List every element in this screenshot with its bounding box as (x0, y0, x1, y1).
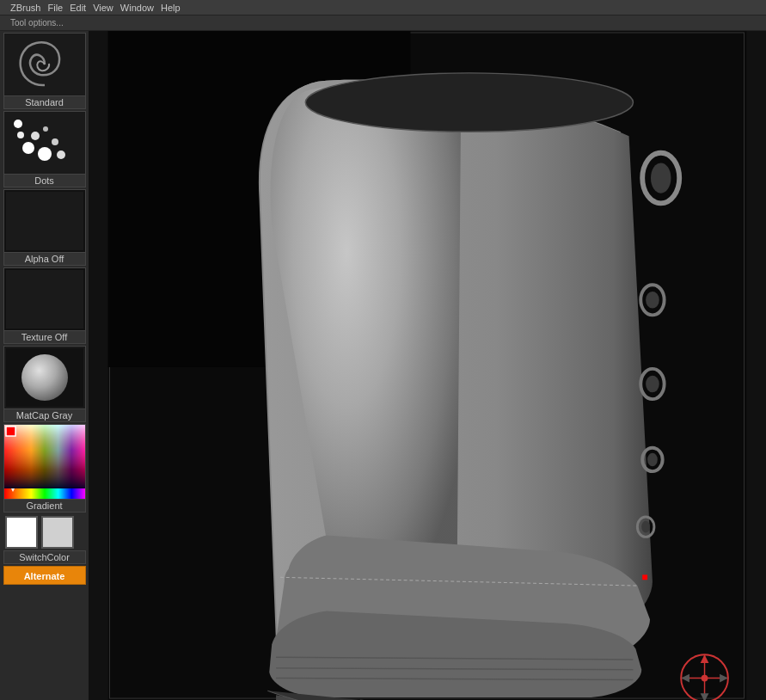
svg-rect-22 (642, 574, 647, 580)
matcap-gray-label: MatCap Gray (3, 409, 86, 422)
svg-point-14 (646, 292, 659, 309)
alpha-off-preview (3, 189, 86, 253)
alpha-preview (6, 192, 83, 250)
svg-point-31 (702, 675, 708, 682)
secondary-color-swatch[interactable] (41, 516, 74, 549)
model-display (89, 31, 766, 700)
menu-zbrush[interactable]: ZBrush (7, 3, 44, 13)
menu-help[interactable]: Help (157, 3, 184, 13)
viewport[interactable] (89, 31, 766, 700)
svg-rect-2 (6, 427, 15, 436)
matcap-gray-preview (3, 346, 86, 409)
texture-off-preview (3, 267, 86, 331)
dots-brush-label: Dots (3, 175, 86, 187)
texture-off-item[interactable]: Texture Off (3, 267, 86, 344)
switch-color-swatches (3, 514, 86, 550)
spiral-icon (19, 39, 70, 90)
left-sidebar: Standard Dots (0, 31, 89, 700)
gradient-label: Gradient (3, 500, 86, 513)
dots-brush-preview (3, 111, 86, 175)
svg-point-12 (651, 163, 671, 193)
dots-brush-item[interactable]: Dots (3, 111, 86, 187)
main-area: Standard Dots (0, 31, 766, 700)
standard-brush-preview (3, 33, 86, 96)
standard-brush-item[interactable]: Standard (3, 33, 86, 109)
svg-point-18 (647, 453, 658, 467)
standard-brush-label: Standard (3, 96, 86, 109)
menu-view[interactable]: View (89, 3, 117, 13)
svg-rect-1 (4, 425, 85, 488)
viewport-svg (89, 31, 766, 700)
alpha-off-item[interactable]: Alpha Off (3, 189, 86, 266)
menu-edit[interactable]: Edit (66, 3, 89, 13)
second-toolbar: Tool options... (0, 15, 766, 31)
matcap-sphere (21, 354, 68, 401)
color-picker[interactable] (3, 424, 86, 500)
switch-color-section[interactable]: SwitchColor (3, 514, 86, 564)
svg-point-16 (646, 376, 659, 393)
texture-off-label: Texture Off (3, 331, 86, 344)
svg-rect-3 (4, 488, 85, 499)
switch-color-label: SwitchColor (3, 550, 86, 564)
matcap-preview (6, 348, 83, 407)
dots-container (7, 114, 83, 171)
primary-color-swatch[interactable] (5, 516, 38, 549)
menu-file[interactable]: File (44, 3, 66, 13)
svg-point-23 (305, 73, 633, 132)
menu-window[interactable]: Window (117, 3, 157, 13)
menu-bar: ZBrush File Edit View Window Help (0, 0, 766, 15)
alpha-off-label: Alpha Off (3, 253, 86, 266)
texture-preview (6, 270, 83, 329)
color-picker-section[interactable]: Gradient (3, 424, 86, 513)
color-gradient-svg (4, 425, 85, 499)
svg-point-20 (641, 521, 650, 533)
matcap-gray-item[interactable]: MatCap Gray (3, 346, 86, 422)
alternate-button[interactable]: Alternate (3, 566, 86, 585)
toolbar-item[interactable]: Tool options... (7, 18, 67, 28)
